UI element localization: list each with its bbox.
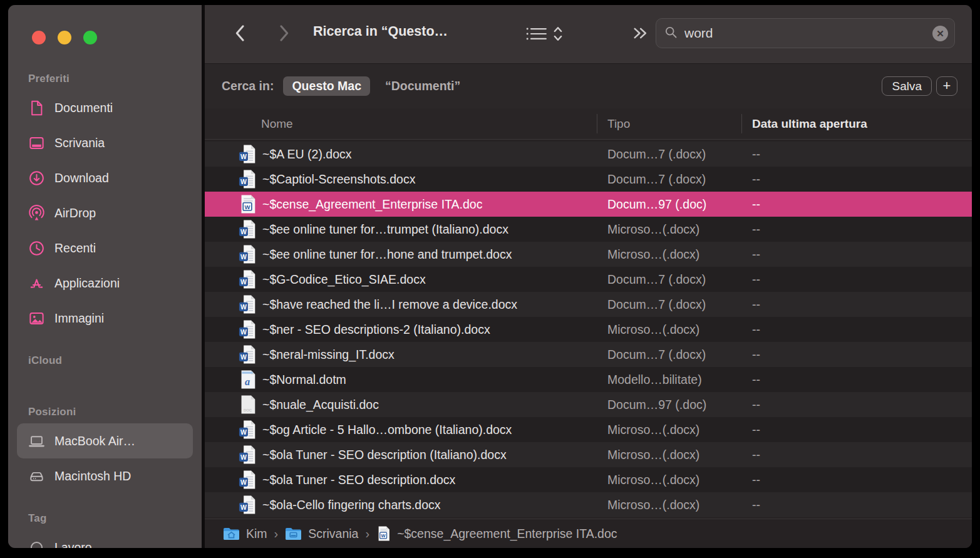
sidebar-item-immagini[interactable]: Immagini [17,301,193,336]
path-item-scrivania[interactable]: Scrivania [285,527,358,541]
svg-text:W: W [240,329,246,336]
file-date: -- [741,247,972,262]
svg-text:W: W [240,504,246,511]
sidebar-item-applicazioni[interactable]: Applicazioni [17,266,193,301]
file-row[interactable]: W~$ola-Cello fingering charts.docxMicros… [205,492,972,517]
sidebar-item-download[interactable]: Download [17,160,193,195]
sidebar-item-recenti[interactable]: Recenti [17,230,193,266]
desktop-icon [27,133,46,152]
clock-icon [27,239,46,257]
view-mode-control[interactable] [525,24,564,46]
word-docx-icon: W [238,169,257,190]
svg-text:W: W [240,153,246,160]
file-list: W~$A EU (2).docxDocum…7 (.docx)--W~$Capt… [205,140,972,519]
file-row[interactable]: DOC~$nuale_Acquisti.docDocum…97 (.doc)-- [205,392,972,417]
clear-search-button[interactable]: ✕ [932,26,948,41]
harddrive-icon [27,467,46,485]
sidebar-item-label: MacBook Air… [54,434,135,448]
list-view-icon [525,25,548,45]
finder-window: PreferitiDocumentiScrivaniaDownloadAirDr… [8,5,972,548]
file-name-cell: W~$ee online tuner for…hone and trumpet.… [205,244,597,265]
file-row[interactable]: W~$Captiol-Screenshots.docxDocum…7 (.doc… [205,167,972,192]
sidebar-item-documenti[interactable]: Documenti [17,90,193,125]
file-name: ~$ee online tuner for…trumpet (Italiano)… [262,222,508,237]
file-row[interactable]: W~$ee online tuner for…trumpet (Italiano… [205,217,972,242]
sidebar-item-label: AirDrop [54,206,96,220]
column-headers: Nome Tipo Data ultima apertura [205,108,972,140]
add-criteria-button[interactable]: + [936,76,957,96]
sidebar-item-macintosh-hd[interactable]: Macintosh HD [17,458,193,493]
main-area: Ricerca in “Questo… [205,5,972,548]
svg-text:W: W [240,178,246,185]
svg-text:W: W [240,279,246,286]
file-name: ~$cense_Agreement_Enterprise ITA.doc [262,197,482,212]
sidebar-sections: PreferitiDocumentiScrivaniaDownloadAirDr… [8,5,202,548]
sidebar-section-header-icloud: iCloud [28,354,202,367]
column-header-data[interactable]: Data ultima apertura [741,117,972,131]
file-name: ~$og Article - 5 Hallo…ombone (Italiano)… [262,423,512,437]
file-date: -- [741,172,972,187]
column-separator[interactable] [597,114,597,133]
word-docx-icon: W [238,294,257,315]
airdrop-icon [27,204,46,222]
zoom-button[interactable] [83,31,97,44]
search-field[interactable]: ✕ [656,18,955,48]
file-type: Docum…97 (.doc) [597,197,741,212]
file-date: -- [741,423,972,437]
search-icon [664,26,678,41]
file-row[interactable]: W~$have reached the li…I remove a device… [205,292,972,317]
file-type: Microso…(.docx) [597,222,741,237]
file-type: Docum…7 (.docx) [597,348,741,362]
forward-button[interactable] [275,24,294,44]
back-button[interactable] [230,24,249,44]
sidebar-item-macbook-air[interactable]: MacBook Air… [17,423,193,458]
file-type: Docum…7 (.docx) [597,147,741,162]
file-name: ~$ola Tuner - SEO description.docx [262,473,455,487]
sidebar-item-label: Recenti [54,241,96,256]
path-item-label: ~$cense_Agreement_Enterprise ITA.doc [397,527,617,541]
double-chevron-icon [632,33,648,43]
file-row[interactable]: a~$Normal.dotmModello…bilitate)-- [205,367,972,392]
file-row[interactable]: W~$ola Tuner - SEO description (Italiano… [205,442,972,467]
file-name: ~$G-Codice_Etico_SIAE.docx [262,272,426,287]
file-name-cell: a~$Normal.dotm [205,369,597,390]
word-doc-icon: W [238,194,257,215]
path-item-kim[interactable]: Kim [223,527,267,541]
close-button[interactable] [32,31,46,44]
column-header-nome[interactable]: Nome [205,117,597,131]
column-separator[interactable] [741,114,742,133]
sidebar-item-scrivania[interactable]: Scrivania [17,125,193,160]
file-row[interactable]: W~$cense_Agreement_Enterprise ITA.docDoc… [205,192,972,217]
more-toolbar-button[interactable] [632,25,648,44]
file-name-cell: W~$have reached the li…I remove a device… [205,294,597,315]
file-date: -- [741,197,972,212]
svg-text:W: W [240,254,246,261]
word-docx-icon: W [238,319,257,340]
sort-chevrons-icon [552,24,564,46]
sidebar-item-airdrop[interactable]: AirDrop [17,195,193,230]
toolbar: Ricerca in “Questo… [205,5,972,63]
minimize-button[interactable] [58,31,71,44]
file-row[interactable]: W~$og Article - 5 Hallo…ombone (Italiano… [205,417,972,442]
search-input[interactable] [683,25,927,41]
file-row[interactable]: W~$A EU (2).docxDocum…7 (.docx)-- [205,142,972,167]
file-type: Microso…(.docx) [597,423,741,437]
save-search-button[interactable]: Salva [882,76,932,96]
path-item-cense-agreement-enterprise-ita[interactable]: W~$cense_Agreement_Enterprise ITA.doc [376,525,617,542]
file-row[interactable]: W~$ner - SEO descriptions-2 (Italiano).d… [205,317,972,342]
word-doc-icon: W [376,525,391,542]
scope-documenti[interactable]: “Documenti” [385,79,460,93]
file-row[interactable]: W~$neral-missing_IT.docxDocum…7 (.docx)-… [205,342,972,367]
download-icon [27,168,46,187]
scope-questo-mac[interactable]: Questo Mac [283,76,370,96]
file-name: ~$A EU (2).docx [262,147,352,162]
file-name-cell: W~$ola-Cello fingering charts.docx [205,495,597,515]
svg-text:W: W [240,229,246,235]
file-name-cell: W~$ola Tuner - SEO description.docx [205,470,597,490]
file-row[interactable]: W~$ola Tuner - SEO description.docxMicro… [205,467,972,492]
file-row[interactable]: W~$G-Codice_Etico_SIAE.docxDocum…7 (.doc… [205,267,972,292]
column-header-tipo[interactable]: Tipo [597,117,741,131]
sidebar-item-lavoro[interactable]: Lavoro [17,530,193,548]
sidebar-item-label: Immagini [54,311,104,326]
file-row[interactable]: W~$ee online tuner for…hone and trumpet.… [205,242,972,267]
